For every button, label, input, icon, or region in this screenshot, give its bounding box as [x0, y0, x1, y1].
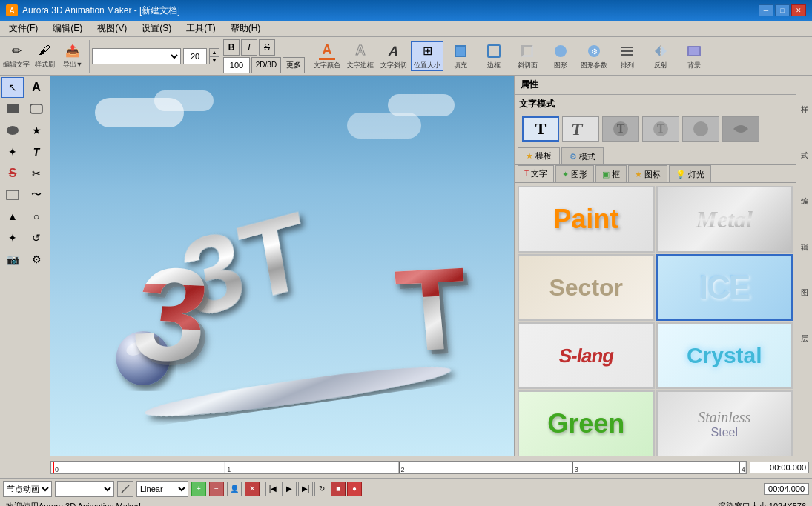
loop-btn[interactable]: ↻	[314, 482, 329, 496]
tool-camera[interactable]: 📷	[1, 249, 24, 270]
tool-text[interactable]: A	[25, 77, 47, 98]
interpolation-select[interactable]: Linear Ease Ease In Ease Out	[136, 481, 188, 497]
font-name-select[interactable]	[92, 48, 181, 64]
subtab-shape[interactable]: ✦ 图形	[555, 165, 594, 182]
tab-template[interactable]: ★ 模板	[518, 147, 560, 164]
window-controls[interactable]: ─ □ ✕	[759, 4, 806, 16]
tool-settings[interactable]: ⚙	[25, 249, 47, 270]
tool-text3[interactable]: S	[1, 163, 24, 184]
text-skew-button[interactable]: A 文字斜切	[377, 41, 410, 71]
person-btn[interactable]: 👤	[227, 482, 242, 496]
2d3d-button[interactable]: 2D/3D	[251, 57, 281, 73]
menu-edit[interactable]: 编辑(E)	[47, 21, 88, 36]
style-cell-slang[interactable]: S-lang	[518, 322, 655, 389]
bevel-button[interactable]: 斜切面	[511, 41, 544, 71]
timeline-ruler[interactable]: 0 1 2 3 4	[50, 461, 747, 474]
mode-btn-1[interactable]: T	[522, 116, 559, 142]
arrange-button[interactable]: 排列	[611, 41, 644, 71]
mode-btn-6[interactable]	[722, 116, 759, 142]
stop-btn[interactable]: ■	[331, 482, 346, 496]
menu-settings[interactable]: 设置(S)	[136, 21, 177, 36]
menu-file[interactable]: 文件(F)	[3, 21, 44, 36]
next-frame-btn[interactable]: ▶|	[298, 482, 313, 496]
style-cell-stainless[interactable]: Stainless Steel	[656, 390, 793, 456]
style-cell-paint[interactable]: Paint	[518, 186, 655, 253]
style-cell-green[interactable]: Green	[518, 390, 655, 456]
tool-sparkle[interactable]: ✦	[1, 227, 24, 248]
remove-keyframe-btn[interactable]: −	[209, 482, 224, 496]
style-cell-sector[interactable]: Sector	[518, 254, 655, 321]
tool-wave[interactable]: 〜	[25, 184, 47, 205]
border-button[interactable]: 边框	[478, 41, 510, 71]
tool-select[interactable]: ↖	[1, 77, 24, 98]
italic-button[interactable]: I	[241, 39, 257, 56]
subtab-text[interactable]: T 文字	[518, 165, 554, 182]
pencil-icon-btn[interactable]	[117, 481, 133, 497]
anim-target-select[interactable]	[55, 481, 114, 497]
minimize-button[interactable]: ─	[759, 4, 773, 16]
record-btn[interactable]: ●	[347, 482, 362, 496]
shape-button[interactable]: 图形	[544, 41, 577, 71]
export-button[interactable]: 📤 导出▼	[59, 41, 86, 71]
style-cell-ice[interactable]: ICE	[656, 254, 793, 321]
reflect-button[interactable]: 反射	[644, 41, 677, 71]
tab-mode[interactable]: ⚙ 模式	[561, 147, 604, 164]
style-scroll-container[interactable]: Paint Metal Sector	[515, 183, 796, 456]
mode-btn-4[interactable]: T	[642, 116, 679, 142]
rt-btn-4[interactable]: 辑	[799, 215, 811, 259]
tool-rounded-rect[interactable]	[25, 99, 47, 119]
font-size-down[interactable]: ▼	[209, 56, 219, 64]
tool-rotate[interactable]: ↺	[25, 227, 47, 248]
mode-btn-2[interactable]: T	[562, 116, 599, 142]
font-size-input[interactable]	[183, 48, 207, 64]
position-size-button[interactable]: ⊞ 位置大小	[411, 41, 443, 71]
tool-scissors[interactable]: ✂	[25, 163, 47, 184]
rt-btn-3[interactable]: 编	[799, 169, 811, 213]
style-cell-crystal[interactable]: Crystal	[656, 322, 793, 389]
bold-button[interactable]: B	[223, 39, 240, 56]
more-button[interactable]: 更多	[283, 57, 305, 73]
subtab-light[interactable]: 💡 灯光	[669, 165, 711, 182]
shape-params-button[interactable]: ⚙ 图形参数	[578, 41, 610, 71]
menu-help[interactable]: 帮助(H)	[225, 21, 267, 36]
close-button[interactable]: ✕	[791, 4, 806, 16]
tool-ellipse[interactable]	[1, 120, 24, 141]
ruler-mark-2: 2	[399, 462, 405, 473]
tool-rect2[interactable]	[1, 184, 24, 205]
rt-btn-5[interactable]: 图	[799, 261, 811, 305]
canvas-area[interactable]: 3T 3 3 3 T T T	[50, 76, 514, 456]
delete-btn[interactable]: ✕	[245, 482, 260, 496]
fill-button[interactable]: 填充	[444, 41, 477, 71]
percent-input[interactable]	[223, 57, 250, 73]
add-keyframe-btn[interactable]: +	[191, 482, 206, 496]
anim-type-select[interactable]: 节点动画	[3, 481, 52, 497]
edit-text-button[interactable]: ✏ 编辑文字	[3, 41, 30, 71]
text-border-button[interactable]: A 文字边框	[344, 41, 377, 71]
tool-circle[interactable]: ○	[25, 206, 47, 227]
mode-btn-5[interactable]	[682, 116, 719, 142]
style-cell-metal[interactable]: Metal	[656, 186, 793, 253]
menu-view[interactable]: 视图(V)	[91, 21, 133, 36]
rt-btn-2[interactable]: 式	[799, 123, 811, 167]
tool-star[interactable]: ★	[25, 120, 47, 141]
subtab-frame[interactable]: ▣ 框	[595, 165, 627, 182]
rt-btn-6[interactable]: 层	[799, 307, 811, 351]
status-resolution: 渲染窗口大小:1024X576	[718, 501, 806, 506]
subtab-icon[interactable]: ★ 图标	[628, 165, 667, 182]
tool-rect[interactable]	[1, 99, 24, 119]
text-color-button[interactable]: A 文字颜色	[311, 41, 343, 71]
rt-btn-1[interactable]: 样	[799, 77, 811, 121]
mode-btn-3[interactable]: T	[602, 116, 639, 142]
font-size-up[interactable]: ▲	[209, 48, 219, 56]
style-brush-button[interactable]: 🖌 样式刷	[31, 41, 58, 71]
tool-diamond[interactable]: ✦	[1, 142, 24, 162]
background-button[interactable]: 背景	[678, 41, 710, 71]
menu-tools[interactable]: 工具(T)	[180, 21, 221, 36]
tool-text2[interactable]: T	[25, 142, 47, 162]
strike-button[interactable]: S	[259, 39, 275, 56]
tab-template-label: 模板	[535, 150, 552, 162]
tool-triangle[interactable]: ▲	[1, 206, 24, 227]
prev-frame-btn[interactable]: |◀	[265, 482, 280, 496]
maximize-button[interactable]: □	[775, 4, 790, 16]
play-btn[interactable]: ▶	[282, 482, 297, 496]
